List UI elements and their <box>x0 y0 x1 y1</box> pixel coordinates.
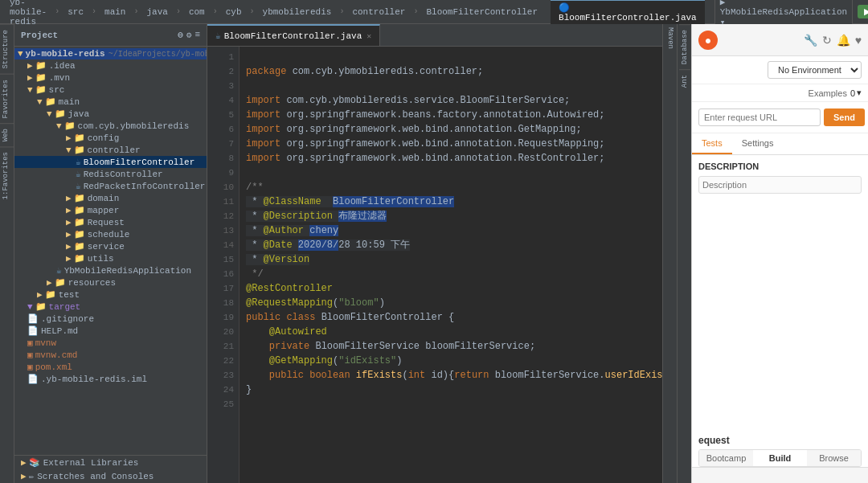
description-section: DESCRIPTION <box>692 155 868 200</box>
tree-item-gitignore[interactable]: 📄 .gitignore <box>14 313 207 325</box>
examples-dropdown-icon[interactable]: ▾ <box>857 88 862 98</box>
structure-tab[interactable]: Structure <box>0 24 14 74</box>
sidebar-gear-icon[interactable]: ≡ <box>194 30 200 40</box>
mvn-folder-icon: ▶ <box>27 72 33 83</box>
src-expand-icon: ▼ <box>27 85 33 95</box>
panel-bell-icon[interactable]: 🔔 <box>837 34 850 47</box>
bootcamp-tab[interactable]: Bootcamp <box>699 450 753 466</box>
tree-item-target[interactable]: ▼ 📁 target <box>14 301 207 313</box>
panel-sync-icon[interactable]: ↻ <box>822 34 832 47</box>
environment-dropdown[interactable]: No Environment <box>768 61 862 79</box>
iml-label: .yb-mobile-redis.iml <box>41 375 147 384</box>
panel-wrench-icon[interactable]: 🔧 <box>804 34 817 47</box>
run-button[interactable]: ▶ <box>858 5 868 18</box>
tree-item-idea[interactable]: ▶ 📁 .idea <box>14 59 207 72</box>
mapper-folder-icon: 📁 <box>74 205 85 215</box>
maven-tab: Maven <box>662 24 677 483</box>
request-url-input[interactable] <box>698 108 821 126</box>
tree-item-iml[interactable]: 📄 .yb-mobile-redis.iml <box>14 373 207 385</box>
code-editor[interactable]: package com.cyb.ybmobileredis.controller… <box>240 47 662 483</box>
tree-item-main[interactable]: ▼ 📁 main <box>14 96 207 108</box>
sidebar-collapse-icon[interactable]: ⊖ <box>178 30 183 40</box>
browse-tab[interactable]: Browse <box>807 450 861 466</box>
service-label: service <box>88 242 125 252</box>
tree-item-resources[interactable]: ▶ 📁 resources <box>14 276 207 289</box>
breadcrumb-pkg[interactable]: ybmobileredis <box>260 6 335 18</box>
breadcrumb-controller[interactable]: controller <box>349 6 408 18</box>
breadcrumb-com[interactable]: com <box>186 6 208 18</box>
tree-item-service[interactable]: ▶ 📁 service <box>14 240 207 252</box>
line-numbers: 1 2 3 4 5 6 7 8 9 10 11 12 13 14 15 16 1… <box>207 47 240 483</box>
tree-item-mapper[interactable]: ▶ 📁 mapper <box>14 204 207 216</box>
web-tab[interactable]: Web <box>0 123 14 146</box>
breadcrumb-cyb[interactable]: cyb <box>223 6 245 18</box>
tree-item-redpacket-controller[interactable]: ☕ RedPacketInfoController <box>14 180 207 192</box>
tree-item-utils[interactable]: ▶ 📁 utils <box>14 252 207 264</box>
panel-heart-icon[interactable]: ♥ <box>855 34 862 47</box>
main-layout: Structure Favorites Web 1:Favorites Proj… <box>0 24 868 483</box>
mapper-expand-icon: ▶ <box>66 205 72 215</box>
config-expand-icon: ▶ <box>66 133 72 143</box>
sidebar-config-icon[interactable]: ⚙ <box>186 30 192 40</box>
idea-folder-glyph: 📁 <box>35 60 47 71</box>
favorites-tab[interactable]: Favorites <box>0 74 14 124</box>
active-file-tab[interactable]: 🔵 BloomFilterController.java <box>551 0 705 24</box>
pom-icon: ▣ <box>27 362 33 372</box>
breadcrumb-class[interactable]: BloomFilterController <box>423 6 541 18</box>
external-libraries-item[interactable]: ▶ 📚 External Libraries <box>14 456 207 469</box>
controller-label: controller <box>88 145 141 155</box>
tree-item-request[interactable]: ▶ 📁 Request <box>14 216 207 228</box>
panel-tab-tests[interactable]: Tests <box>692 133 732 154</box>
tree-item-schedule[interactable]: ▶ 📁 schedule <box>14 228 207 240</box>
build-tab[interactable]: Build <box>753 450 807 466</box>
tree-item-mvnwcmd[interactable]: ▣ mvnw.cmd <box>14 349 207 361</box>
code-line-6: import org.springframework.web.bind.anno… <box>246 138 605 149</box>
maven-label[interactable]: Maven <box>665 24 676 52</box>
tree-item-mvn[interactable]: ▶ 📁 .mvn <box>14 72 207 84</box>
gitignore-icon: 📄 <box>27 313 39 324</box>
tree-item-redis-controller[interactable]: ☕ RedisController <box>14 168 207 180</box>
code-line-17: @RequestMapping("bloom") <box>246 297 385 309</box>
tree-item-controller[interactable]: ▼ 📁 controller <box>14 144 207 156</box>
schedule-expand-icon: ▶ <box>66 229 72 239</box>
editor-tab-close[interactable]: ✕ <box>366 31 371 41</box>
code-line-22: public boolean ifExists(int id){return b… <box>246 370 662 381</box>
scratches-expand-icon: ▶ <box>21 471 27 481</box>
file-tree: ▼ yb-mobile-redis ~/IdeaProjects/yb-mobi… <box>14 47 207 455</box>
tree-item-bloom-controller[interactable]: ☕ BloomFilterController <box>14 156 207 168</box>
tree-item-root[interactable]: ▼ yb-mobile-redis ~/IdeaProjects/yb-mobi… <box>14 48 207 59</box>
tree-item-src[interactable]: ▼ 📁 src <box>14 84 207 96</box>
domain-folder-icon: 📁 <box>74 193 85 203</box>
code-line-5: import org.springframework.web.bind.anno… <box>246 124 582 135</box>
utils-folder-icon: 📁 <box>74 253 85 264</box>
tree-item-java[interactable]: ▼ 📁 java <box>14 108 207 120</box>
scratches-label: Scratches and Consoles <box>37 472 154 481</box>
breadcrumb-src[interactable]: src <box>64 6 87 18</box>
resources-expand-icon: ▶ <box>47 277 52 288</box>
editor-tab-bloom[interactable]: ☕ BloomFilterController.java ✕ <box>207 24 380 46</box>
panel-tab-settings[interactable]: Settings <box>732 133 784 154</box>
request-folder-icon: 📁 <box>74 217 85 227</box>
editor-content: 1 2 3 4 5 6 7 8 9 10 11 12 13 14 15 16 1… <box>207 47 662 483</box>
code-line-12: * @Author cheny <box>246 225 338 236</box>
panel-top-icons: 🔧 ↻ 🔔 ♥ <box>804 34 862 47</box>
java-expand-icon: ▼ <box>47 109 52 119</box>
tree-item-mvnw[interactable]: ▣ mvnw <box>14 337 207 349</box>
database-tab[interactable]: Database <box>679 24 690 69</box>
ant-tab[interactable]: Ant <box>679 69 690 92</box>
breadcrumb-java[interactable]: java <box>143 6 170 18</box>
tree-item-pkg[interactable]: ▼ 📁 com.cyb.ybmobileredis <box>14 120 207 132</box>
breadcrumb-main[interactable]: main <box>101 6 129 18</box>
mvn-folder-glyph: 📁 <box>35 72 47 83</box>
send-button[interactable]: Send <box>824 108 865 126</box>
tree-item-config[interactable]: ▶ 📁 config <box>14 132 207 144</box>
tree-item-test[interactable]: ▶ 📁 test <box>14 289 207 301</box>
tree-item-helpmd[interactable]: 📄 HELP.md <box>14 325 207 337</box>
tree-item-app[interactable]: ☕ YbMobileRedisApplication <box>14 264 207 276</box>
scratches-item[interactable]: ▶ ✏ Scratches and Consoles <box>14 469 207 483</box>
tree-item-pom[interactable]: ▣ pom.xml <box>14 361 207 373</box>
description-input[interactable] <box>698 176 862 194</box>
tree-item-domain[interactable]: ▶ 📁 domain <box>14 192 207 204</box>
request-expand-icon: ▶ <box>66 217 72 227</box>
1-favorites-tab[interactable]: 1:Favorites <box>0 146 14 204</box>
